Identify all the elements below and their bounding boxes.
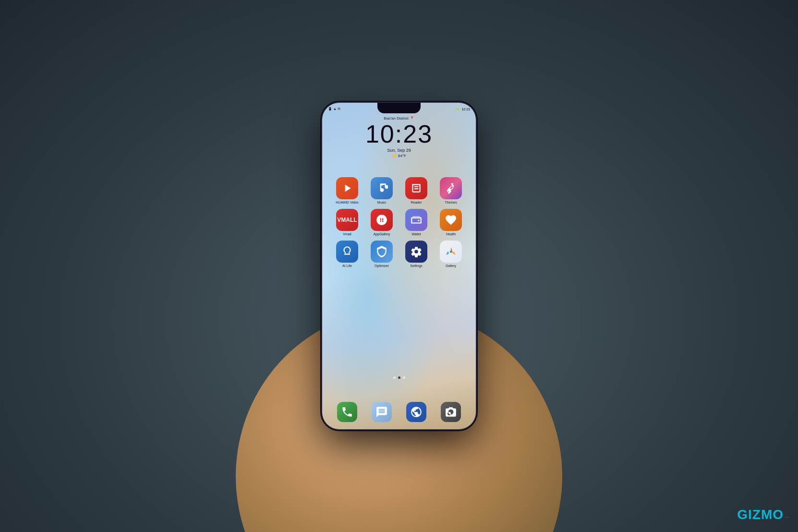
phone-dock-icon (337, 402, 357, 422)
clock-section: Bao'an District 📍 10:23 Sun, Sep 29 ☀️ 8… (322, 116, 476, 158)
notification-icons: 📱 ▲ ✉ (328, 107, 340, 111)
battery-icon: 🔋 (456, 107, 460, 111)
optimizer-label: Optimizer (375, 264, 389, 267)
dock (322, 402, 476, 423)
gallery-icon (440, 241, 462, 263)
clock-date: Sun, Sep 29 (387, 148, 411, 153)
health-icon (440, 209, 462, 231)
themes-label: Themes (445, 201, 457, 204)
music-label: Music (377, 201, 386, 204)
app-optimizer[interactable]: Optimizer (368, 241, 396, 267)
ai-life-label: AI Life (342, 264, 352, 267)
camera-dock-icon (441, 402, 461, 422)
app-ai-life[interactable]: AI Life (333, 241, 361, 267)
status-time: 10:23 (461, 108, 470, 111)
reader-icon (405, 177, 427, 199)
app-row-2: VMALL Vmall AppGallery (330, 209, 468, 236)
vmall-text: VMALL (337, 217, 357, 223)
ai-life-icon (336, 241, 358, 263)
wallet-label: Wallet (411, 232, 421, 236)
svg-point-2 (450, 251, 452, 253)
phone: 📱 ▲ ✉ 🔋 10:23 Bao'an District 📍 10:23 Su… (322, 103, 476, 429)
app-huawei-video[interactable]: HUAWEI Video (333, 177, 361, 204)
huawei-video-label: HUAWEI Video (336, 201, 358, 204)
health-label: Health (446, 232, 456, 236)
app-music[interactable]: Music (368, 177, 396, 204)
app-reader[interactable]: Reader (402, 177, 430, 204)
themes-icon (440, 177, 462, 199)
dock-camera[interactable] (437, 402, 465, 423)
gizmo-watermark: GIZMO (737, 507, 784, 522)
dot-2-active (398, 376, 400, 379)
dock-browser[interactable] (402, 402, 430, 423)
app-wallet[interactable]: Wallet (402, 209, 430, 236)
app-gallery[interactable]: Gallery (437, 241, 465, 267)
gizmo-dots: ... (786, 513, 789, 519)
weather-info: ☀️ 84°F (392, 154, 406, 158)
status-right-icons: 🔋 10:23 (456, 107, 470, 111)
dock-phone[interactable] (333, 402, 361, 423)
reader-label: Reader (411, 201, 422, 204)
status-left-icons: 📱 ▲ ✉ (328, 107, 340, 111)
app-health[interactable]: Health (437, 209, 465, 236)
notch (377, 103, 421, 113)
svg-marker-0 (345, 184, 351, 192)
dock-messages[interactable] (368, 402, 396, 423)
vmall-label: Vmall (343, 232, 351, 236)
app-row-1: HUAWEI Video Music (330, 177, 468, 204)
clock-time: 10:23 (365, 121, 433, 146)
browser-dock-icon (406, 402, 426, 422)
app-grid: HUAWEI Video Music (322, 177, 476, 272)
appgallery-icon (371, 209, 393, 231)
app-settings[interactable]: Settings (402, 241, 430, 267)
huawei-video-icon (336, 177, 358, 199)
messages-dock-icon (372, 402, 392, 422)
dot-3 (403, 376, 405, 379)
app-row-3: AI Life Optimizer (330, 241, 468, 267)
pagination-dots (322, 376, 476, 379)
settings-label: Settings (410, 264, 422, 267)
gallery-label: Gallery (446, 264, 456, 267)
wallet-icon (405, 209, 427, 231)
temperature: 84°F (398, 154, 406, 158)
appgallery-label: AppGallery (374, 232, 390, 236)
settings-icon (405, 241, 427, 263)
scene: 📱 ▲ ✉ 🔋 10:23 Bao'an District 📍 10:23 Su… (0, 0, 798, 532)
app-themes[interactable]: Themes (437, 177, 465, 204)
music-icon (371, 177, 393, 199)
app-appgallery[interactable]: AppGallery (368, 209, 396, 236)
phone-screen: 📱 ▲ ✉ 🔋 10:23 Bao'an District 📍 10:23 Su… (322, 103, 476, 429)
dot-1 (393, 376, 396, 379)
vmall-icon: VMALL (336, 209, 358, 231)
sun-icon: ☀️ (392, 154, 397, 158)
optimizer-icon (371, 241, 393, 263)
app-vmall[interactable]: VMALL Vmall (333, 209, 361, 236)
